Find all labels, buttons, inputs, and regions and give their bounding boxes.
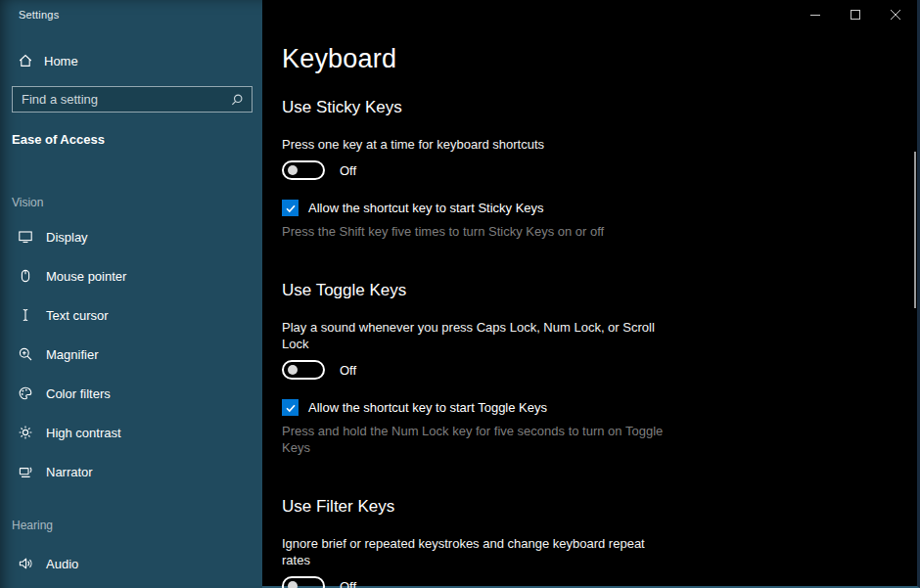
- sidebar-item-label: Magnifier: [46, 347, 98, 362]
- toggle-keys-toggle[interactable]: [282, 360, 325, 380]
- sidebar-item-magnifier[interactable]: Magnifier: [0, 335, 262, 374]
- toggle-keys-description: Play a sound whenever you press Caps Loc…: [282, 319, 662, 352]
- sidebar-item-text-cursor[interactable]: Text cursor: [0, 295, 262, 335]
- toggle-knob: [288, 581, 298, 588]
- sidebar: Settings Home Ease of Access Vision Dis: [0, 0, 262, 588]
- toggle-keys-toggle-state: Off: [340, 363, 356, 378]
- sidebar-item-label: Display: [46, 230, 88, 245]
- vision-nav-items: Display Mouse pointer Text cursor: [0, 217, 262, 491]
- filter-keys-toggle[interactable]: [282, 576, 325, 588]
- maximize-button[interactable]: [835, 0, 875, 29]
- window-title: Settings: [19, 9, 59, 21]
- main-pane: Keyboard Use Sticky Keys Press one key a…: [262, 0, 920, 588]
- filter-keys-heading: Use Filter Keys: [282, 497, 713, 517]
- toggle-keys-shortcut-label: Allow the shortcut key to start Toggle K…: [308, 400, 547, 415]
- close-icon: [891, 10, 900, 20]
- toggle-knob: [288, 365, 298, 375]
- settings-window: Settings Home Ease of Access Vision Dis: [0, 0, 920, 588]
- sticky-keys-toggle-row: Off: [282, 160, 713, 180]
- window-controls: [795, 0, 915, 29]
- high-contrast-icon: [18, 425, 33, 440]
- sticky-keys-description: Press one key at a time for keyboard sho…: [282, 136, 662, 153]
- maximize-icon: [851, 10, 860, 20]
- keyboard-settings-content: Keyboard Use Sticky Keys Press one key a…: [262, 0, 713, 588]
- audio-icon: [18, 556, 33, 571]
- sidebar-item-high-contrast[interactable]: High contrast: [0, 413, 262, 452]
- color-filters-icon: [18, 385, 33, 401]
- vertical-scrollbar-thumb[interactable]: [914, 152, 916, 308]
- sidebar-item-audio[interactable]: Audio: [0, 544, 262, 583]
- checkmark-icon: [285, 402, 297, 414]
- home-label: Home: [44, 54, 78, 68]
- sidebar-item-label: Mouse pointer: [46, 269, 126, 284]
- toggle-keys-shortcut-row[interactable]: Allow the shortcut key to start Toggle K…: [282, 399, 713, 416]
- toggle-keys-heading: Use Toggle Keys: [282, 281, 713, 300]
- search-icon[interactable]: [230, 93, 244, 107]
- sticky-keys-hint: Press the Shift key five times to turn S…: [282, 223, 673, 240]
- text-cursor-icon: [18, 307, 33, 323]
- toggle-keys-hint: Press and hold the Num Lock key for five…: [282, 423, 673, 456]
- group-header-hearing: Hearing: [0, 519, 262, 532]
- filter-keys-toggle-row: Off: [282, 576, 713, 588]
- sidebar-item-label: Audio: [46, 557, 78, 571]
- sidebar-item-mouse-pointer[interactable]: Mouse pointer: [0, 256, 262, 295]
- checkmark-icon: [285, 203, 297, 214]
- sticky-keys-shortcut-row[interactable]: Allow the shortcut key to start Sticky K…: [282, 200, 713, 216]
- sidebar-item-label: Color filters: [46, 386, 111, 401]
- minimize-button[interactable]: [795, 0, 835, 29]
- sidebar-item-display[interactable]: Display: [0, 217, 262, 256]
- sticky-keys-heading: Use Sticky Keys: [282, 98, 713, 117]
- filter-keys-description: Ignore brief or repeated keystrokes and …: [282, 535, 662, 568]
- magnifier-icon: [18, 346, 33, 362]
- sidebar-item-label: Narrator: [46, 465, 93, 479]
- sticky-keys-toggle[interactable]: [282, 160, 325, 180]
- category-title: Ease of Access: [0, 132, 262, 147]
- sidebar-item-label: Text cursor: [46, 308, 109, 323]
- sticky-keys-toggle-state: Off: [340, 163, 356, 178]
- toggle-keys-shortcut-checkbox[interactable]: [282, 399, 299, 416]
- page-title: Keyboard: [282, 43, 713, 74]
- search-box: [12, 86, 253, 113]
- home-icon: [18, 53, 33, 68]
- sidebar-item-color-filters[interactable]: Color filters: [0, 374, 262, 413]
- close-button[interactable]: [875, 0, 915, 29]
- sidebar-item-narrator[interactable]: Narrator: [0, 452, 262, 491]
- narrator-icon: [18, 464, 33, 479]
- toggle-keys-toggle-row: Off: [282, 360, 713, 380]
- sidebar-item-label: High contrast: [46, 426, 121, 440]
- filter-keys-toggle-state: Off: [340, 579, 356, 588]
- mouse-pointer-icon: [18, 268, 33, 284]
- hearing-nav-items: Audio: [0, 544, 262, 583]
- sticky-keys-shortcut-checkbox[interactable]: [282, 200, 299, 216]
- sticky-keys-shortcut-label: Allow the shortcut key to start Sticky K…: [308, 201, 544, 215]
- toggle-knob: [288, 165, 298, 175]
- group-header-vision: Vision: [0, 196, 262, 209]
- search-input[interactable]: [22, 92, 230, 107]
- sidebar-item-home[interactable]: Home: [0, 51, 262, 70]
- display-icon: [18, 229, 33, 245]
- minimize-icon: [810, 10, 820, 20]
